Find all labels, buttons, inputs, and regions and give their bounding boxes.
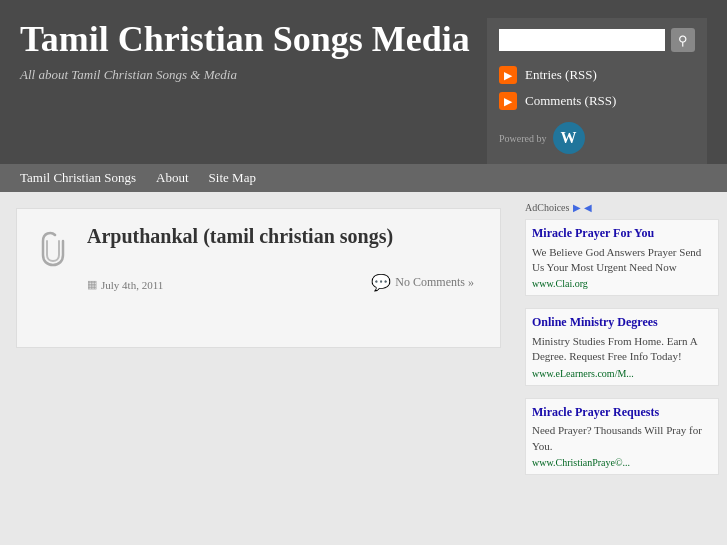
wordpress-logo: W: [553, 122, 585, 154]
content-area: Arputhankal (tamil christian songs) ▦ Ju…: [0, 192, 517, 497]
search-button[interactable]: ⚲: [671, 28, 695, 52]
ad-body-3: Need Prayer? Thousands Will Pray for You…: [532, 423, 712, 454]
main-layout: Arputhankal (tamil christian songs) ▦ Ju…: [0, 192, 727, 497]
ad-url-3[interactable]: www.ChristianPraye©...: [532, 457, 712, 468]
nav-site-map[interactable]: Site Map: [209, 170, 256, 186]
ad-title-1[interactable]: Miracle Prayer For You: [532, 226, 712, 242]
post-icon: [33, 227, 73, 267]
ad-block-3: Miracle Prayer Requests Need Prayer? Tho…: [525, 398, 719, 475]
ad-title-2[interactable]: Online Ministry Degrees: [532, 315, 712, 331]
post-date: July 4th, 2011: [101, 279, 163, 291]
ad-body-2: Ministry Studies From Home. Earn A Degre…: [532, 334, 712, 365]
comments-rss-link[interactable]: ▶ Comments (RSS): [499, 92, 695, 110]
sidebar: AdChoices ▶ ◀ Miracle Prayer For You We …: [517, 192, 727, 497]
header-right: ⚲ ▶ Entries (RSS) ▶ Comments (RSS) Power…: [487, 18, 707, 164]
navbar: Tamil Christian Songs About Site Map: [0, 164, 727, 192]
site-title: Tamil Christian Songs Media: [20, 18, 487, 61]
site-tagline: All about Tamil Christian Songs & Media: [20, 67, 487, 83]
rss-icon-entries: ▶: [499, 66, 517, 84]
ad-choices-bar: AdChoices ▶ ◀: [525, 202, 719, 213]
post-comments[interactable]: 💬 No Comments »: [371, 273, 484, 292]
nav-tamil-christian-songs[interactable]: Tamil Christian Songs: [20, 170, 136, 186]
ad-url-2[interactable]: www.eLearners.com/M...: [532, 368, 712, 379]
nav-about[interactable]: About: [156, 170, 189, 186]
powered-by: Powered by W: [499, 122, 695, 154]
comments-rss-label: Comments (RSS): [525, 93, 616, 109]
post-meta: ▦ July 4th, 2011: [33, 278, 163, 291]
search-icon: ⚲: [678, 33, 688, 48]
post-title[interactable]: Arputhankal (tamil christian songs): [87, 223, 393, 249]
site-header: Tamil Christian Songs Media All about Ta…: [0, 0, 727, 164]
search-bar: ⚲: [499, 28, 695, 52]
calendar-icon: ▦: [87, 278, 97, 291]
post-footer-row: ▦ July 4th, 2011 💬 No Comments »: [33, 273, 484, 292]
paperclip-icon: [33, 227, 73, 267]
ad-block-1: Miracle Prayer For You We Believe God An…: [525, 219, 719, 296]
powered-by-text: Powered by: [499, 133, 547, 144]
ad-choices-icon: ▶ ◀: [573, 202, 592, 213]
ad-title-3[interactable]: Miracle Prayer Requests: [532, 405, 712, 421]
entries-rss-link[interactable]: ▶ Entries (RSS): [499, 66, 695, 84]
ad-block-2: Online Ministry Degrees Ministry Studies…: [525, 308, 719, 385]
post-comments-label: No Comments »: [395, 275, 474, 290]
ad-body-1: We Believe God Answers Prayer Send Us Yo…: [532, 245, 712, 276]
ad-choices-label: AdChoices: [525, 202, 569, 213]
entries-rss-label: Entries (RSS): [525, 67, 597, 83]
ad-url-1[interactable]: www.Clai.org: [532, 278, 712, 289]
post-header: Arputhankal (tamil christian songs): [33, 223, 484, 267]
search-input[interactable]: [499, 29, 665, 51]
post-card: Arputhankal (tamil christian songs) ▦ Ju…: [16, 208, 501, 348]
header-left: Tamil Christian Songs Media All about Ta…: [20, 18, 487, 113]
rss-icon-comments: ▶: [499, 92, 517, 110]
comment-icon: 💬: [371, 273, 391, 292]
